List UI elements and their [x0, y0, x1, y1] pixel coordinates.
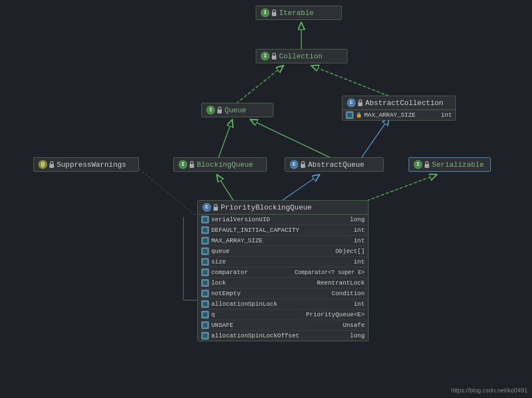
node-blocking-queue-header: I BlockingQueue [174, 158, 266, 171]
lock-icon-bq [189, 161, 195, 168]
field-allocation-spin-lock: allocationSpinLock int [198, 299, 368, 310]
node-pbq-header: C PriorityBlockingQueue [198, 201, 368, 215]
field-serial-version-uid: serialVersionUID long [198, 215, 368, 225]
node-pbq-title: PriorityBlockingQueue [221, 203, 312, 212]
watermark: https://blog.csdn.net/ko0491 [451, 387, 528, 394]
node-queue: I Queue [201, 103, 274, 117]
field-not-empty: notEmpty Condition [198, 288, 368, 299]
field-size: size int [198, 257, 368, 267]
svg-line-12 [367, 175, 437, 201]
icon-interface-collection: I [261, 52, 270, 61]
field-comparator: comparator Comparator<? super E> [198, 267, 368, 278]
node-queue-title: Queue [225, 106, 246, 115]
lock-icon-sw [49, 161, 54, 168]
node-collection-title: Collection [279, 52, 322, 61]
lock-icon-iterable [271, 9, 277, 16]
diagram: I Iterable I Collection [0, 0, 532, 398]
node-serializable: I Serializable [409, 157, 491, 172]
field-queue: queue Object[] [198, 246, 368, 257]
node-abstract-collection-header: C AbstractCollection [342, 96, 455, 110]
node-abstract-queue: C AbstractQueue [285, 157, 384, 172]
node-collection-header: I Collection [256, 49, 347, 63]
lock-icon-ser [424, 161, 430, 168]
svg-rect-21 [190, 164, 194, 168]
icon-interface-serializable: I [414, 160, 422, 169]
node-serializable-title: Serializable [432, 161, 484, 169]
svg-rect-19 [217, 110, 222, 113]
node-iterable: I Iterable [256, 6, 342, 20]
svg-rect-24 [213, 207, 218, 211]
svg-line-13 [136, 167, 197, 217]
field-max-array-size-ac: 🔒 MAX_ARRAY_SIZE int [342, 110, 455, 120]
svg-rect-20 [49, 164, 54, 168]
lock-icon-aq [300, 161, 306, 168]
svg-rect-18 [358, 102, 362, 106]
svg-line-10 [217, 175, 233, 201]
icon-interface-iterable: I [261, 8, 270, 17]
icon-interface-queue: I [206, 106, 215, 115]
icon-class-pbq: C [202, 203, 211, 212]
icon-abstract-abstract-queue: C [290, 160, 299, 169]
icon-interface-blocking-queue: I [178, 160, 187, 169]
node-suppress-warnings-title: SuppressWarnings [57, 161, 126, 169]
lock-icon-pbq [213, 204, 218, 211]
node-queue-header: I Queue [202, 103, 273, 117]
node-abstract-collection: C AbstractCollection 🔒 MAX_ARRAY_SIZE in… [342, 96, 456, 121]
lock-icon-field-ac: 🔒 [356, 112, 362, 118]
svg-line-8 [361, 118, 389, 158]
node-suppress-warnings: @ SuppressWarnings [33, 157, 139, 172]
svg-rect-23 [425, 164, 429, 168]
field-unsafe: UNSAFE Unsafe [198, 320, 368, 331]
node-abstract-queue-header: C AbstractQueue [285, 158, 383, 171]
svg-line-9 [218, 120, 232, 158]
svg-rect-17 [272, 56, 276, 59]
field-allocation-spin-lock-offset: allocationSpinLockOffset long [198, 331, 368, 341]
field-lock: lock ReentrantLock [198, 278, 368, 288]
node-blocking-queue: I BlockingQueue [173, 157, 267, 172]
node-blocking-queue-title: BlockingQueue [197, 161, 253, 169]
svg-line-5 [311, 66, 389, 96]
icon-annotation-suppress-warnings: @ [38, 160, 47, 169]
svg-rect-22 [301, 164, 305, 168]
lock-icon-abstract-collection [357, 100, 363, 106]
svg-line-7 [250, 120, 331, 158]
node-iterable-header: I Iterable [256, 6, 341, 19]
icon-abstract-abstract-collection: C [347, 98, 356, 107]
svg-rect-16 [272, 12, 276, 16]
lock-icon-collection [271, 53, 277, 59]
node-suppress-warnings-header: @ SuppressWarnings [34, 158, 138, 171]
field-default-initial-capacity: DEFAULT_INITIAL_CAPACITY int [198, 225, 368, 236]
field-max-array-size-pbq: MAX_ARRAY_SIZE int [198, 236, 368, 246]
node-abstract-collection-title: AbstractCollection [365, 99, 443, 107]
node-collection: I Collection [256, 49, 347, 63]
svg-line-11 [282, 175, 320, 201]
node-priority-blocking-queue: C PriorityBlockingQueue serialVersionUID… [197, 200, 369, 341]
node-serializable-header: I Serializable [409, 158, 490, 171]
node-abstract-queue-title: AbstractQueue [308, 161, 364, 169]
field-q: q PriorityQueue<E> [198, 310, 368, 320]
lock-icon-queue [217, 107, 222, 113]
node-iterable-title: Iterable [279, 9, 314, 17]
svg-line-6 [236, 66, 284, 103]
